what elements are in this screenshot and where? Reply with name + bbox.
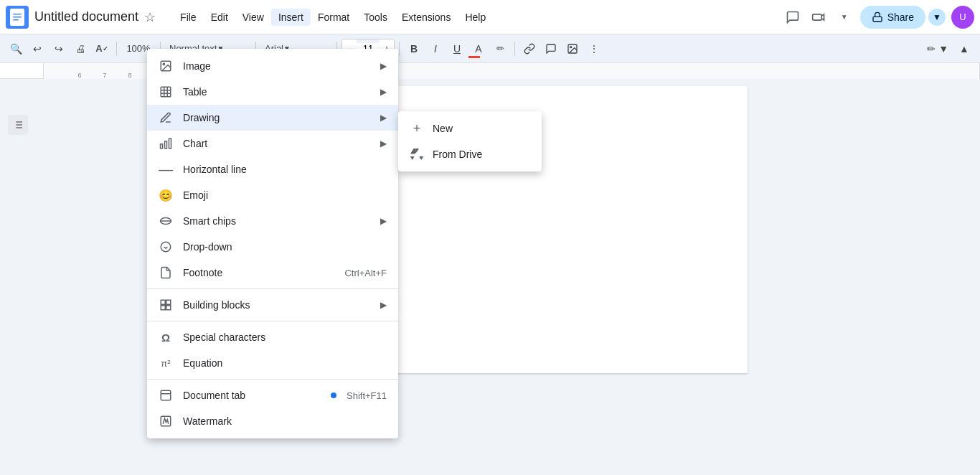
table-label: Table	[183, 86, 370, 98]
smart-chips-label: Smart chips	[183, 215, 370, 227]
horizontal-line-label: Horizontal line	[183, 164, 387, 175]
separator-1	[116, 42, 117, 56]
svg-rect-4	[812, 14, 821, 19]
insert-equation[interactable]: π² Equation	[147, 350, 398, 376]
svg-rect-28	[166, 300, 171, 304]
undo-btn[interactable]: ↩	[27, 38, 47, 60]
divider-3	[147, 379, 398, 380]
share-chevron[interactable]: ▼	[928, 9, 946, 26]
document-tab-label: Document tab	[183, 390, 316, 401]
watermark-icon	[159, 414, 173, 428]
drawing-from-drive[interactable]: From Drive	[398, 141, 542, 167]
image-icon	[159, 59, 173, 73]
menu-tools[interactable]: Tools	[357, 9, 395, 26]
chart-arrow: ▶	[380, 138, 387, 149]
equation-label: Equation	[183, 357, 387, 369]
star-icon[interactable]: ☆	[144, 9, 156, 25]
menu-file[interactable]: File	[173, 9, 204, 26]
italic-btn[interactable]: I	[425, 38, 446, 60]
drawing-new-label: New	[433, 123, 453, 134]
menu-format[interactable]: Format	[311, 9, 357, 26]
list-icon[interactable]	[8, 115, 28, 135]
drawing-arrow: ▶	[380, 113, 387, 123]
smart-chips-icon	[159, 214, 173, 228]
print-btn[interactable]: 🖨	[70, 38, 90, 60]
svg-rect-31	[161, 390, 171, 400]
meet-chevron[interactable]: ▼	[834, 7, 854, 27]
edit-mode-btn[interactable]: ✏ ▼	[924, 38, 951, 60]
document-tab-shortcut: Shift+F11	[347, 390, 387, 401]
user-avatar[interactable]: U	[951, 6, 974, 29]
dropdown-label: Drop-down	[183, 241, 387, 253]
link-btn[interactable]	[519, 38, 540, 60]
svg-rect-22	[165, 141, 167, 149]
table-arrow: ▶	[380, 87, 387, 97]
drawing-submenu: + New From Drive	[398, 111, 542, 171]
redo-btn[interactable]: ↪	[49, 38, 69, 60]
smart-chips-arrow: ▶	[380, 216, 387, 226]
text-color-btn[interactable]: A	[468, 38, 489, 60]
comments-icon[interactable]	[783, 7, 803, 27]
insert-chart[interactable]: Chart ▶	[147, 131, 398, 156]
search-btn[interactable]: 🔍	[6, 38, 26, 60]
svg-rect-21	[169, 138, 171, 149]
watermark-label: Watermark	[183, 415, 387, 427]
insert-table[interactable]: Table ▶	[147, 79, 398, 105]
share-button[interactable]: Share	[860, 6, 925, 29]
footnote-label: Footnote	[183, 267, 334, 278]
insert-drawing[interactable]: Drawing ▶	[147, 105, 398, 131]
scrollbar[interactable]	[971, 79, 980, 475]
bold-btn[interactable]: B	[404, 38, 424, 60]
svg-point-15	[163, 63, 164, 65]
svg-rect-1	[13, 14, 22, 15]
insert-emoji[interactable]: 😊 Emoji	[147, 182, 398, 208]
table-icon	[159, 85, 173, 99]
menu-extensions[interactable]: Extensions	[395, 9, 458, 26]
insert-document-tab[interactable]: Document tab Shift+F11	[147, 382, 398, 408]
svg-rect-23	[161, 144, 163, 149]
image-insert-btn[interactable]	[562, 38, 583, 60]
ruler-mark: 6	[77, 72, 81, 79]
menu-edit[interactable]: Edit	[204, 9, 235, 26]
comment-btn[interactable]	[541, 38, 561, 60]
document-tab-badge	[331, 392, 336, 398]
building-blocks-icon	[159, 298, 173, 312]
meet-icon[interactable]	[809, 7, 829, 27]
ruler-mark: 7	[103, 72, 106, 79]
spellcheck-btn[interactable]: A✓	[92, 38, 112, 60]
horizontal-line-icon: —	[159, 162, 173, 177]
ruler-mark: 8	[128, 72, 131, 79]
menu-help[interactable]: Help	[458, 9, 493, 26]
insert-menu: Image ▶ Table ▶ Drawing ▶ Chart ▶ — Hori…	[147, 49, 398, 438]
dropdown-icon	[159, 240, 173, 254]
chart-icon	[159, 136, 173, 151]
insert-image[interactable]: Image ▶	[147, 53, 398, 79]
svg-point-7	[570, 46, 572, 47]
insert-horizontal-line[interactable]: — Horizontal line	[147, 156, 398, 182]
underline-btn[interactable]: U	[447, 38, 467, 60]
svg-rect-16	[161, 87, 171, 97]
insert-watermark[interactable]: Watermark	[147, 408, 398, 434]
footnote-icon	[159, 265, 173, 280]
collapse-toolbar-btn[interactable]: ▲	[954, 38, 974, 60]
menu-view[interactable]: View	[235, 9, 271, 26]
document-tab-icon	[159, 388, 173, 403]
building-blocks-arrow: ▶	[380, 300, 387, 310]
equation-icon: π²	[159, 356, 173, 370]
special-chars-icon: Ω	[159, 330, 173, 344]
separator-6	[514, 42, 515, 56]
insert-smart-chips[interactable]: Smart chips ▶	[147, 208, 398, 234]
insert-building-blocks[interactable]: Building blocks ▶	[147, 292, 398, 318]
more-toolbar-btn[interactable]: ⋮	[584, 38, 604, 60]
menu-insert[interactable]: Insert	[271, 9, 311, 26]
svg-rect-2	[13, 17, 22, 18]
insert-footnote[interactable]: Footnote Ctrl+Alt+F	[147, 260, 398, 286]
drawing-new[interactable]: + New	[398, 116, 542, 141]
svg-rect-5	[873, 17, 882, 22]
highlight-btn[interactable]: ✏	[490, 38, 510, 60]
drawing-icon	[159, 110, 173, 125]
drawing-from-drive-label: From Drive	[433, 149, 482, 160]
insert-dropdown[interactable]: Drop-down	[147, 234, 398, 260]
svg-point-26	[161, 242, 171, 252]
insert-special-chars[interactable]: Ω Special characters	[147, 324, 398, 350]
